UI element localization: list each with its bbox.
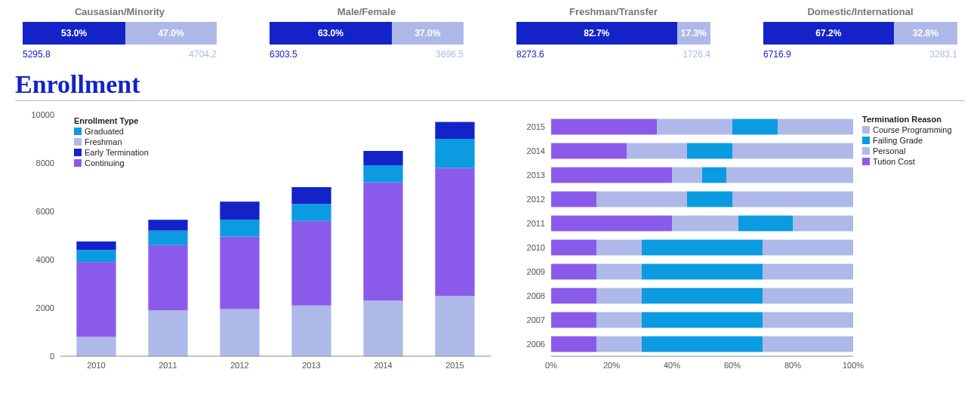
svg-rect-92 (596, 337, 642, 352)
svg-text:10000: 10000 (31, 110, 54, 119)
svg-rect-73 (642, 240, 763, 256)
kpi-bar-a: 63.0% (270, 22, 392, 45)
svg-text:Termination Reason: Termination Reason (862, 115, 941, 124)
svg-rect-54 (732, 143, 853, 159)
svg-text:2014: 2014 (374, 361, 392, 370)
kpi-title: Causasian/Minority (23, 6, 217, 17)
svg-rect-7 (76, 262, 116, 337)
kpi-bar: 67.2% 32.8% (763, 22, 957, 45)
kpi-val-a: 6716.9 (763, 49, 791, 60)
kpi-values: 8273.6 1726.4 (516, 49, 710, 60)
kpi-bar-b: 17.3% (677, 22, 710, 45)
svg-rect-8 (76, 250, 116, 262)
kpi-row: Causasian/Minority 53.0% 47.0% 5295.8 47… (15, 6, 965, 60)
svg-rect-18 (220, 220, 259, 236)
svg-rect-78 (642, 264, 763, 280)
svg-text:60%: 60% (724, 361, 741, 370)
svg-text:Freshman: Freshman (85, 137, 122, 146)
svg-text:2007: 2007 (527, 315, 545, 324)
svg-rect-88 (642, 312, 763, 328)
svg-text:2015: 2015 (527, 122, 545, 131)
svg-rect-59 (726, 168, 853, 183)
svg-text:0%: 0% (545, 361, 557, 370)
svg-rect-24 (291, 187, 331, 204)
kpi-freshman-transfer: Freshman/Transfer 82.7% 17.3% 8273.6 172… (516, 6, 710, 60)
svg-rect-6 (76, 337, 116, 356)
svg-rect-32 (435, 168, 474, 296)
svg-rect-86 (551, 312, 596, 328)
charts-row: 0200040006000800010000201020112012201320… (15, 107, 965, 379)
svg-text:Enrollment Type: Enrollment Type (74, 116, 138, 125)
svg-rect-52 (627, 143, 687, 159)
svg-rect-91 (551, 337, 596, 352)
kpi-male-female: Male/Female 63.0% 37.0% 6303.5 3696.5 (270, 6, 464, 60)
svg-rect-34 (435, 122, 474, 139)
svg-rect-21 (291, 306, 331, 356)
svg-text:Personal: Personal (873, 146, 905, 155)
svg-rect-29 (363, 151, 402, 165)
svg-rect-49 (778, 119, 853, 135)
svg-rect-46 (551, 119, 657, 135)
svg-text:6000: 6000 (36, 207, 54, 216)
svg-rect-17 (220, 237, 259, 309)
kpi-title: Domestic/International (763, 6, 957, 17)
svg-rect-67 (672, 216, 738, 232)
svg-text:Failing Grade: Failing Grade (873, 136, 923, 145)
kpi-bar-a: 53.0% (23, 22, 125, 45)
svg-rect-94 (763, 337, 853, 352)
svg-rect-74 (763, 240, 853, 256)
svg-text:2010: 2010 (527, 243, 545, 252)
svg-rect-83 (642, 288, 763, 304)
svg-text:Tution Cost: Tution Cost (873, 157, 915, 166)
svg-rect-62 (596, 192, 687, 208)
svg-rect-56 (551, 168, 672, 183)
svg-text:2014: 2014 (527, 146, 545, 155)
section-title: Enrollment (15, 70, 965, 99)
svg-rect-64 (732, 192, 853, 208)
svg-rect-33 (435, 139, 474, 168)
svg-rect-89 (763, 312, 853, 328)
svg-text:2011: 2011 (159, 361, 177, 370)
svg-rect-87 (596, 312, 642, 328)
svg-rect-19 (220, 201, 259, 220)
svg-rect-72 (596, 240, 642, 256)
svg-rect-23 (291, 204, 331, 220)
svg-rect-58 (702, 168, 726, 183)
svg-rect-69 (793, 216, 853, 232)
svg-text:2008: 2008 (527, 291, 545, 300)
svg-rect-42 (74, 149, 82, 156)
svg-rect-66 (551, 216, 672, 232)
kpi-val-b: 3283.1 (929, 49, 957, 60)
svg-rect-13 (148, 231, 187, 245)
svg-rect-71 (551, 240, 596, 256)
svg-rect-48 (732, 119, 778, 135)
svg-rect-110 (862, 158, 870, 165)
svg-rect-93 (642, 337, 763, 352)
svg-rect-22 (291, 221, 331, 306)
chart-termination-reason: 2015201420132012201120102009200820072006… (513, 107, 966, 379)
kpi-bar-b: 32.8% (894, 22, 957, 45)
svg-rect-84 (763, 288, 853, 304)
svg-rect-79 (763, 264, 853, 280)
svg-rect-28 (363, 165, 402, 182)
svg-rect-40 (74, 138, 82, 146)
kpi-bar-b: 47.0% (125, 22, 217, 45)
svg-rect-44 (74, 159, 82, 167)
svg-rect-31 (435, 296, 474, 356)
kpi-values: 5295.8 4704.2 (23, 49, 217, 60)
svg-rect-27 (363, 183, 402, 301)
kpi-bar-b: 37.0% (392, 22, 464, 45)
kpi-val-a: 5295.8 (23, 49, 51, 60)
svg-rect-26 (363, 300, 402, 356)
svg-text:2006: 2006 (527, 340, 545, 349)
svg-rect-53 (687, 143, 732, 159)
kpi-bar-a: 82.7% (516, 22, 677, 45)
kpi-values: 6716.9 3283.1 (763, 49, 957, 60)
svg-text:Early Termination: Early Termination (85, 148, 149, 157)
svg-text:8000: 8000 (36, 158, 54, 168)
svg-text:0: 0 (50, 352, 54, 361)
svg-text:80%: 80% (784, 361, 801, 370)
svg-text:40%: 40% (664, 361, 680, 370)
svg-rect-63 (687, 192, 732, 208)
svg-text:2010: 2010 (87, 361, 105, 370)
